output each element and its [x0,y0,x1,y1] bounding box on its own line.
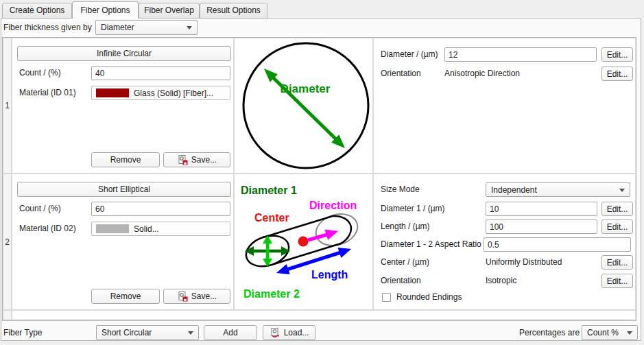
row-header-2[interactable]: 2 [3,174,12,310]
fiber-thickness-combo[interactable]: Diameter [95,20,198,35]
diameter-diagram-label: Diameter [281,82,331,95]
fiber-2-material-button[interactable]: Solid... [91,222,230,236]
fiber-2-diameter1-input[interactable]: 10 [486,202,597,216]
count-label: Count / (%) [19,66,61,80]
diameter1-label: Diameter 1 / (µm) [381,202,445,216]
length-diagram-label: Length [311,269,348,281]
fiber-2-save-button[interactable]: Save... [163,289,230,304]
fiber-thickness-label: Fiber thickness given by [3,20,92,35]
orientation-label: Orientation [381,274,421,288]
count-value: 40 [95,69,104,78]
row-header-1[interactable]: 1 [3,38,12,174]
edit-label: Edit... [607,258,628,267]
size-mode-label: Size Mode [381,182,420,197]
fiber-1-diameter-edit-button[interactable]: Edit... [601,47,633,62]
tab-label: Create Options [10,5,65,15]
elliptical-fiber-diagram: Diameter 1 Direction Center Length Diame… [234,174,373,310]
arrowhead [338,248,352,258]
center-value: Uniformly Distributed [486,255,562,270]
rounded-endings-checkbox[interactable] [382,293,391,302]
fiber-2-orientation-edit-button[interactable]: Edit... [601,274,633,288]
circular-fiber-diagram: Diameter [234,38,373,174]
add-label: Add [223,328,237,337]
diameter-value: 12 [449,50,457,60]
fiber-1-save-button[interactable]: Save... [163,152,230,167]
chevron-down-icon [619,189,625,192]
fiber-2-aspect-ratio-input[interactable]: 0.5 [484,237,631,252]
tab-label: Fiber Overlap [144,5,194,15]
tab-result-options[interactable]: Result Options [200,3,267,19]
length-value: 100 [490,222,503,232]
percentages-value: Count % [587,328,619,337]
edit-label: Edit... [607,69,628,79]
fiber-1-material-button[interactable]: Glass (Solid) [Fiber]... [91,86,230,100]
fiber-type-label: Fiber Type [3,325,42,340]
shape-label: Infinite Circular [97,49,152,58]
diameter-label: Diameter / (µm) [381,47,438,62]
count-value: 60 [95,204,104,214]
fiber-2-diameter1-edit-button[interactable]: Edit... [601,202,633,216]
fiber-2-center-edit-button[interactable]: Edit... [601,255,633,270]
remove-label: Remove [110,155,141,165]
length-label: Length / (µm) [381,219,430,234]
load-preset-icon [270,327,281,338]
tab-fiber-options[interactable]: Fiber Options [72,1,139,19]
material-label: Material (ID 01) [19,86,76,100]
load-fiber-button[interactable]: Load... [263,325,315,340]
tab-fiber-overlap[interactable]: Fiber Overlap [139,3,200,19]
fiber-1-remove-button[interactable]: Remove [91,152,160,167]
diameter2-diagram-label: Diameter 2 [243,288,300,300]
arrowhead [276,264,290,274]
tab-label: Fiber Options [80,5,130,15]
shape-label: Short Elliptical [98,185,150,194]
save-label: Save... [191,292,217,301]
fiber-2-shape-button[interactable]: Short Elliptical [17,182,231,197]
chevron-down-icon [627,331,632,335]
fiber-1-diameter-input[interactable]: 12 [444,47,597,62]
remove-label: Remove [110,292,141,301]
row-header-empty [3,310,12,320]
edit-label: Edit... [607,276,628,286]
save-preset-icon [177,154,188,165]
edit-label: Edit... [607,50,628,60]
diameter1-value: 10 [490,204,499,214]
fiber-2-remove-button[interactable]: Remove [91,289,160,304]
tab-create-options[interactable]: Create Options [2,3,72,19]
fiber-thickness-value: Diameter [101,23,134,32]
fiber-1-orientation-edit-button[interactable]: Edit... [601,67,633,81]
aspect-ratio-value: 0.5 [488,240,499,250]
row-number: 1 [5,101,10,110]
count-label: Count / (%) [19,202,61,216]
material-label: Material (ID 02) [19,222,76,236]
fiber-options-window: { "tabs": { "items": [ { "label": "Creat… [0,0,644,345]
circle-shape [243,43,368,168]
material-color-swatch [96,224,129,233]
empty-row [12,310,636,320]
percentages-combo[interactable]: Count % [582,325,638,340]
fiber-2-count-input[interactable]: 60 [91,202,230,216]
material-name: Solid... [134,224,159,234]
fiber-2-length-edit-button[interactable]: Edit... [601,219,633,234]
center-label: Center / (µm) [381,255,429,270]
save-preset-icon [177,291,188,302]
add-fiber-button[interactable]: Add [204,325,257,340]
length-arrow [285,252,343,270]
edit-label: Edit... [607,204,628,214]
fiber-type-combo[interactable]: Short Circular [96,325,199,340]
fiber-1-count-input[interactable]: 40 [91,66,230,80]
center-dot [298,237,309,247]
tab-label: Result Options [206,5,261,15]
orientation-value: Anisotropic Direction [444,67,520,81]
edit-label: Edit... [607,222,628,232]
fiber-type-value: Short Circular [102,328,152,337]
fiber-2-length-input[interactable]: 100 [486,219,597,234]
chevron-down-icon [187,26,192,29]
save-label: Save... [191,155,217,165]
fiber-1-shape-button[interactable]: Infinite Circular [17,46,231,61]
direction-diagram-label: Direction [309,200,357,211]
rounded-endings-label: Rounded Endings [396,291,462,303]
orientation-label: Orientation [381,67,421,81]
chevron-down-icon [188,331,193,335]
fiber-2-size-mode-combo[interactable]: Independent [486,182,630,197]
orientation-value: Isotropic [486,274,516,288]
